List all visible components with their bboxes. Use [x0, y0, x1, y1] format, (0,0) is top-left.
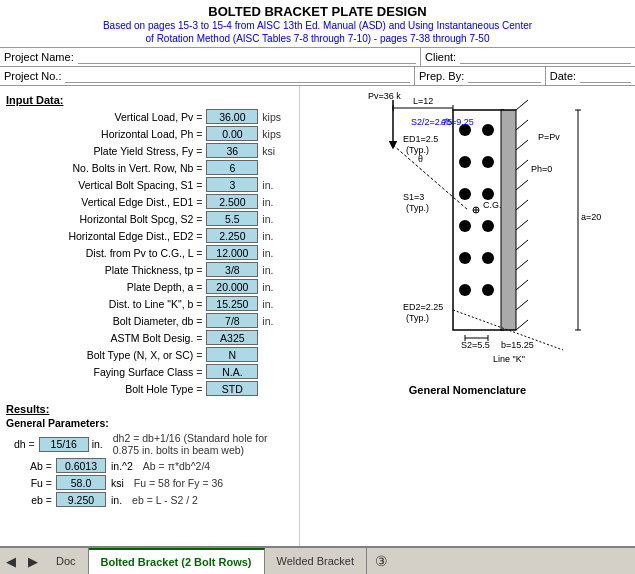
svg-text:(Typ.): (Typ.)	[406, 203, 429, 213]
svg-point-26	[459, 284, 471, 296]
input-row-2: Plate Yield Stress, Fy = ksi	[6, 142, 293, 159]
input-unit-10: in.	[260, 278, 293, 295]
diagram-title: General Nomenclature	[409, 384, 526, 396]
input-unit-15	[260, 363, 293, 380]
input-row-9: Plate Thickness, tp = in.	[6, 261, 293, 278]
results-unit-0: in.	[89, 438, 103, 450]
svg-text:S1=3: S1=3	[403, 192, 424, 202]
tab-welded[interactable]: Welded Bracket	[265, 548, 367, 574]
svg-point-23	[482, 220, 494, 232]
input-label-16: Bolt Hole Type =	[6, 380, 204, 397]
title-bar: BOLTED BRACKET PLATE DESIGN Based on pag…	[0, 0, 635, 48]
input-value-16[interactable]	[204, 380, 260, 397]
svg-line-15	[516, 320, 528, 330]
input-value-11[interactable]	[204, 295, 260, 312]
input-value-7[interactable]	[204, 227, 260, 244]
results-label-1: Ab =	[6, 460, 56, 472]
input-value-15[interactable]	[204, 363, 260, 380]
input-row-16: Bolt Hole Type =	[6, 380, 293, 397]
input-row-1: Horizontal Load, Ph = kips	[6, 125, 293, 142]
results-label-3: eb =	[6, 494, 56, 506]
svg-text:eb=9.25: eb=9.25	[441, 117, 474, 127]
results-value-2[interactable]	[56, 475, 108, 490]
svg-text:P=Pv: P=Pv	[538, 132, 560, 142]
client-label: Client:	[425, 51, 456, 63]
input-value-3[interactable]	[204, 159, 260, 176]
input-value-9[interactable]	[204, 261, 260, 278]
input-value-10[interactable]	[204, 278, 260, 295]
results-row-2: Fu = ksi Fu = 58 for Fy = 36	[6, 474, 293, 491]
input-value-0[interactable]	[204, 108, 260, 125]
input-unit-4: in.	[260, 176, 293, 193]
tab-doc[interactable]: Doc	[44, 548, 89, 574]
diagram-svg: C.G. Pv=36 k L=12 P=Pv θ	[313, 90, 623, 380]
input-row-8: Dist. from Pv to C.G., L = in.	[6, 244, 293, 261]
svg-point-20	[459, 188, 471, 200]
svg-point-27	[482, 284, 494, 296]
project-row-2: Project No.: Prep. By: Date:	[0, 67, 635, 86]
input-label-6: Horizontal Bolt Spcg, S2 =	[6, 210, 204, 227]
input-unit-12: in.	[260, 312, 293, 329]
input-value-14[interactable]	[204, 346, 260, 363]
input-unit-13	[260, 329, 293, 346]
input-label-1: Horizontal Load, Ph =	[6, 125, 204, 142]
results-grid: dh = in. dh2 = db+1/16 (Standard hole fo…	[6, 431, 293, 508]
tab-prev[interactable]: ◀	[0, 548, 22, 574]
svg-rect-1	[501, 110, 516, 330]
prepby-cell: Prep. By:	[415, 67, 546, 85]
results-desc-0: dh2 = db+1/16 (Standard hole for 0.875 i…	[103, 432, 293, 456]
results-value-3[interactable]	[56, 492, 108, 507]
prepby-value	[468, 69, 541, 83]
input-label-13: ASTM Bolt Desig. =	[6, 329, 204, 346]
input-value-4[interactable]	[204, 176, 260, 193]
input-label-4: Vertical Bolt Spacing, S1 =	[6, 176, 204, 193]
input-row-5: Vertical Edge Dist., ED1 = in.	[6, 193, 293, 210]
svg-line-5	[516, 120, 528, 130]
main-window: BOLTED BRACKET PLATE DESIGN Based on pag…	[0, 0, 635, 574]
results-value-0[interactable]	[39, 437, 89, 452]
results-desc-3: eb = L - S2 / 2	[122, 494, 198, 506]
client-cell: Client:	[421, 48, 635, 66]
svg-text:(Typ.): (Typ.)	[406, 313, 429, 323]
input-value-8[interactable]	[204, 244, 260, 261]
svg-line-7	[516, 160, 528, 170]
general-params-title: General Parameters:	[6, 417, 293, 429]
svg-text:ED2=2.25: ED2=2.25	[403, 302, 443, 312]
svg-text:b=15.25: b=15.25	[501, 340, 534, 350]
svg-line-12	[516, 260, 528, 270]
input-value-12[interactable]	[204, 312, 260, 329]
input-row-7: Horizontal Edge Dist., ED2 = in.	[6, 227, 293, 244]
tab-add[interactable]: ③	[367, 548, 396, 574]
input-value-5[interactable]	[204, 193, 260, 210]
tab-bolted[interactable]: Bolted Bracket (2 Bolt Rows)	[89, 548, 265, 574]
results-desc-2: Fu = 58 for Fy = 36	[124, 477, 223, 489]
main-title: BOLTED BRACKET PLATE DESIGN	[2, 4, 633, 19]
svg-text:ED1=2.5: ED1=2.5	[403, 134, 438, 144]
input-row-11: Dist. to Line "K", b = in.	[6, 295, 293, 312]
input-unit-6: in.	[260, 210, 293, 227]
input-table: Vertical Load, Pv = kips Horizontal Load…	[6, 108, 293, 397]
input-row-15: Faying Surface Class =	[6, 363, 293, 380]
input-label-14: Bolt Type (N, X, or SC) =	[6, 346, 204, 363]
input-value-1[interactable]	[204, 125, 260, 142]
results-row-3: eb = in. eb = L - S2 / 2	[6, 491, 293, 508]
svg-line-10	[516, 220, 528, 230]
tab-next[interactable]: ▶	[22, 548, 44, 574]
input-row-4: Vertical Bolt Spacing, S1 = in.	[6, 176, 293, 193]
input-label-12: Bolt Diameter, db =	[6, 312, 204, 329]
input-value-2[interactable]	[204, 142, 260, 159]
input-row-12: Bolt Diameter, db = in.	[6, 312, 293, 329]
input-value-6[interactable]	[204, 210, 260, 227]
date-cell: Date:	[546, 67, 635, 85]
input-unit-9: in.	[260, 261, 293, 278]
project-no-label: Project No.:	[4, 70, 61, 82]
project-row-1: Project Name: Client:	[0, 48, 635, 67]
svg-text:a=20: a=20	[581, 212, 601, 222]
input-unit-3	[260, 159, 293, 176]
input-unit-5: in.	[260, 193, 293, 210]
svg-line-13	[516, 280, 528, 290]
input-value-13[interactable]	[204, 329, 260, 346]
prepby-label: Prep. By:	[419, 70, 464, 82]
project-no-cell: Project No.:	[0, 67, 415, 85]
results-value-1[interactable]	[56, 458, 108, 473]
